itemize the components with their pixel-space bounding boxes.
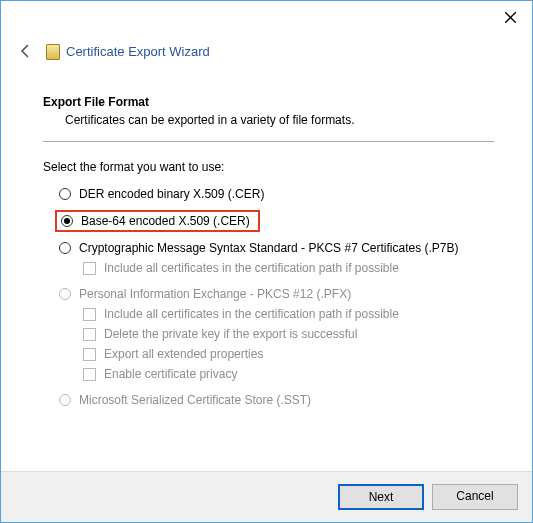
option-base64[interactable]: Base-64 encoded X.509 (.CER) <box>55 210 260 232</box>
radio-checked-icon <box>61 215 73 227</box>
close-icon <box>505 12 516 23</box>
format-prompt: Select the format you want to use: <box>43 160 494 174</box>
section-heading: Export File Format <box>43 95 494 109</box>
option-pkcs7[interactable]: Cryptographic Message Syntax Standard - … <box>43 238 494 258</box>
checkbox-icon <box>83 328 96 341</box>
wizard-title: Certificate Export Wizard <box>66 44 210 59</box>
option-sst: Microsoft Serialized Certificate Store (… <box>43 390 494 410</box>
pfx-delete-label: Delete the private key if the export is … <box>104 327 357 341</box>
close-button[interactable] <box>498 7 522 27</box>
back-button[interactable] <box>16 41 36 61</box>
next-button[interactable]: Next <box>338 484 424 510</box>
pfx-extended-props: Export all extended properties <box>43 344 494 364</box>
checkbox-icon <box>83 262 96 275</box>
checkbox-icon <box>83 368 96 381</box>
certificate-icon <box>44 43 60 59</box>
pfx-extended-label: Export all extended properties <box>104 347 263 361</box>
footer: Next Cancel <box>1 471 532 522</box>
option-der[interactable]: DER encoded binary X.509 (.CER) <box>43 184 494 204</box>
option-pfx: Personal Information Exchange - PKCS #12… <box>43 284 494 304</box>
option-base64-label: Base-64 encoded X.509 (.CER) <box>81 214 250 228</box>
option-pkcs7-label: Cryptographic Message Syntax Standard - … <box>79 241 459 255</box>
pfx-delete-key: Delete the private key if the export is … <box>43 324 494 344</box>
checkbox-icon <box>83 308 96 321</box>
section-subtitle: Certificates can be exported in a variet… <box>43 109 494 127</box>
pkcs7-include-label: Include all certificates in the certific… <box>104 261 399 275</box>
pfx-privacy: Enable certificate privacy <box>43 364 494 384</box>
divider <box>43 141 494 142</box>
cancel-button[interactable]: Cancel <box>432 484 518 510</box>
pfx-include-label: Include all certificates in the certific… <box>104 307 399 321</box>
radio-disabled-icon <box>59 394 71 406</box>
option-pfx-label: Personal Information Exchange - PKCS #12… <box>79 287 351 301</box>
pkcs7-include-all: Include all certificates in the certific… <box>43 258 494 278</box>
option-der-label: DER encoded binary X.509 (.CER) <box>79 187 264 201</box>
pfx-include-all: Include all certificates in the certific… <box>43 304 494 324</box>
checkbox-icon <box>83 348 96 361</box>
back-arrow-icon <box>18 43 34 59</box>
pfx-privacy-label: Enable certificate privacy <box>104 367 237 381</box>
radio-icon <box>59 188 71 200</box>
radio-icon <box>59 242 71 254</box>
option-sst-label: Microsoft Serialized Certificate Store (… <box>79 393 311 407</box>
radio-disabled-icon <box>59 288 71 300</box>
